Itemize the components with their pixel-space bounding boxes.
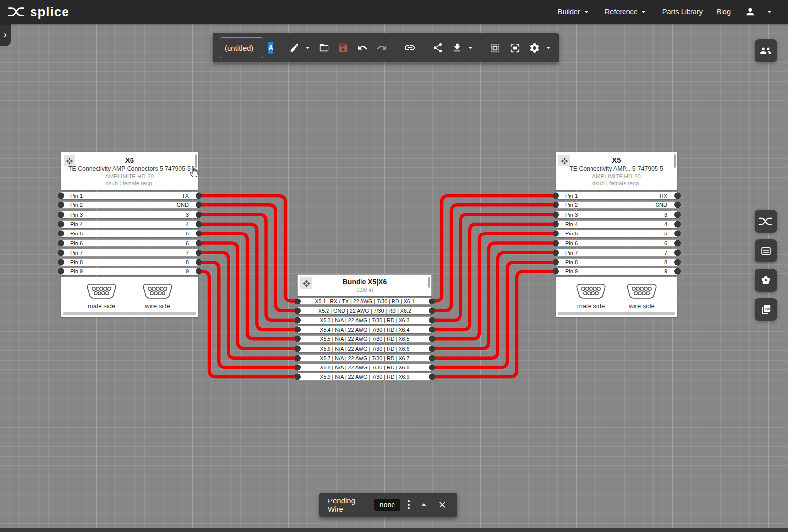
wire-port-right[interactable] [429,374,435,380]
pin-port-left[interactable] [58,231,64,237]
wire-port-left[interactable] [295,327,301,333]
autosave-toggle-button[interactable]: A [268,42,273,54]
bundle-wire-row[interactable]: X5.1 | RX / TX | 22 AWG | 7/30 | RD | X6… [297,298,432,305]
bundle-wire-row[interactable]: X5.6 | N/A | 22 AWG | 7/30 | RD | X6.6 [297,345,432,353]
wire-port-left[interactable] [295,374,301,380]
wire-port-left[interactable] [295,355,301,361]
project-title-input[interactable] [220,37,263,58]
pin-port-left[interactable] [553,259,559,266]
nav-item-builder[interactable]: Builder [553,4,596,20]
pin-row[interactable]: Pin 55 [556,230,677,237]
pin-row[interactable]: Pin 44 [61,220,198,228]
fit-view-button[interactable] [507,40,523,56]
pin-row[interactable]: Pin 33 [556,211,677,219]
pin-row[interactable]: Pin 33 [61,211,198,219]
pin-row[interactable]: Pin 88 [556,258,677,266]
harness-view-button[interactable] [755,210,777,233]
share-button[interactable] [430,40,445,55]
download-button[interactable] [450,40,464,55]
pin-port-right[interactable] [196,249,202,256]
connector-node-x5[interactable]: X5 TE Connectivity AMP... 5-747905-5 AMP… [556,152,677,317]
save-button[interactable] [336,40,351,55]
scrollbar-thumb[interactable] [428,277,430,288]
wire-port-right[interactable] [429,355,435,361]
wire-port-right[interactable] [429,345,435,352]
settings-button[interactable] [527,40,542,56]
close-panel-button[interactable] [436,499,448,511]
account-menu-caret[interactable] [764,7,774,17]
collaborators-button[interactable] [755,39,777,62]
pin-port-right[interactable] [674,268,681,275]
pin-port-left[interactable] [58,249,64,256]
bundle-wire-row[interactable]: X5.4 | N/A | 22 AWG | 7/30 | RD | X6.4 [297,326,432,333]
undo-button[interactable] [355,40,370,55]
wire-port-left[interactable] [295,345,301,352]
pin-port-right[interactable] [196,259,202,266]
wire-port-right[interactable] [429,364,435,370]
pin-port-left[interactable] [553,240,559,246]
pin-port-left[interactable] [553,268,559,275]
pin-port-right[interactable] [196,221,202,227]
pin-row[interactable]: Pin 66 [556,239,677,247]
brand-logo[interactable]: splice [0,4,69,20]
wire-port-left[interactable] [295,298,301,304]
expand-sidebar-button[interactable]: › [0,24,11,46]
pin-port-right[interactable] [674,202,681,208]
pin-row[interactable]: Pin 88 [61,258,198,266]
nav-item-reference[interactable]: Reference [600,4,654,20]
pin-port-left[interactable] [553,211,559,218]
download-menu-caret[interactable] [466,43,475,52]
pin-port-left[interactable] [58,268,64,275]
pin-row[interactable]: Pin 1TX [61,192,198,200]
wire-port-right[interactable] [429,327,435,333]
pin-row[interactable]: Pin 77 [556,249,677,257]
pin-row[interactable]: Pin 44 [556,220,677,228]
edit-menu-caret[interactable] [303,43,312,52]
bundle-wire-row[interactable]: X5.3 | N/A | 22 AWG | 7/30 | RD | X6.3 [297,316,432,324]
move-handle[interactable] [64,155,75,166]
connector-node-x6[interactable]: X6 TE Connectivity AMP Connectors 5-7479… [61,152,198,317]
pin-port-right[interactable] [196,231,202,237]
bundle-wire-row[interactable]: X5.8 | N/A | 22 AWG | 7/30 | RD | X6.8 [297,364,432,371]
wire-port-right[interactable] [429,336,435,342]
bundle-wire-row[interactable]: X5.7 | N/A | 22 AWG | 7/30 | RD | X6.7 [297,354,432,362]
pin-port-right[interactable] [674,240,681,246]
bom-table-button[interactable] [755,239,777,262]
pin-row[interactable]: Pin 1RX [556,192,677,200]
pin-port-left[interactable] [58,259,64,266]
wire-port-left[interactable] [295,364,301,370]
wire-port-right[interactable] [429,317,435,323]
pending-wire-menu-button[interactable] [407,499,411,510]
pin-port-left[interactable] [553,249,559,256]
bundle-wire-row[interactable]: X5.9 | N/A | 22 AWG | 7/30 | RD | X6.9 [297,373,432,381]
pin-port-right[interactable] [196,268,202,275]
nav-item-blog[interactable]: Blog [712,5,736,19]
edit-button[interactable] [287,40,302,55]
move-handle[interactable] [558,155,570,166]
pin-port-left[interactable] [553,221,559,227]
pin-port-left[interactable] [58,193,64,199]
wire-port-right[interactable] [429,298,435,304]
pin-port-left[interactable] [58,240,64,246]
account-button[interactable] [740,3,760,20]
pin-port-left[interactable] [553,202,559,208]
horizontal-scrollbar[interactable] [63,312,196,315]
horizontal-scrollbar[interactable] [558,312,675,315]
select-all-button[interactable] [488,40,503,56]
wire-port-right[interactable] [429,307,435,314]
pin-port-right[interactable] [674,221,681,227]
pin-port-left[interactable] [553,231,559,237]
pin-row[interactable]: Pin 77 [61,249,198,257]
pin-row[interactable]: Pin 2GND [556,201,677,209]
settings-menu-caret[interactable] [544,43,553,52]
pin-port-right[interactable] [196,240,202,246]
nav-item-parts-library[interactable]: Parts Library [657,5,708,19]
export-pdf-button[interactable]: PDF [755,298,777,321]
open-button[interactable] [317,40,331,55]
pin-port-left[interactable] [58,211,64,218]
bundle-node[interactable]: Bundle X5|X6 0.00 in X5.1 | RX / TX | 22… [297,274,432,381]
pin-port-right[interactable] [674,211,681,218]
copy-link-button[interactable] [402,40,418,56]
pin-row[interactable]: Pin 55 [61,230,198,237]
pin-port-right[interactable] [674,231,681,237]
